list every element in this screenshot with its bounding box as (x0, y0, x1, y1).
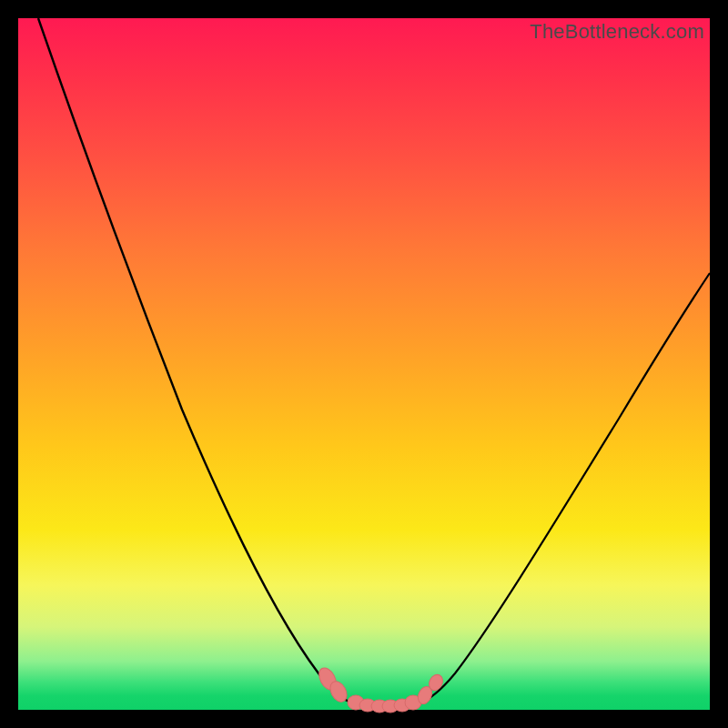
watermark-text: TheBottleneck.com (530, 20, 704, 44)
left-curve (38, 18, 360, 706)
marker-group (316, 665, 446, 713)
right-curve (413, 273, 710, 706)
chart-frame: TheBottleneck.com (18, 18, 710, 710)
chart-svg (18, 18, 710, 710)
